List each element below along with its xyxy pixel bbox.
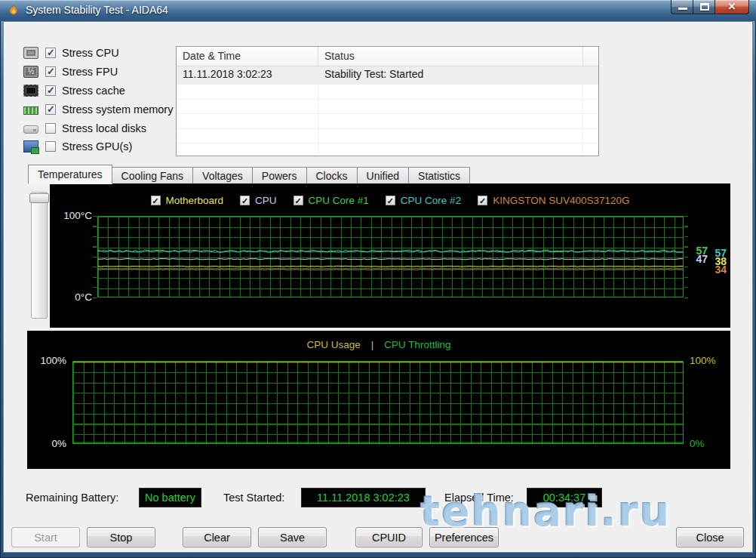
stress-checkbox[interactable]: ✓ [45,141,56,152]
event-log-table: Date & Time Status 11.11.2018 3:02:23Sta… [176,46,599,156]
window-controls: ✕ [671,0,749,14]
stress-checkbox[interactable]: ✓ [45,85,56,96]
tab-clocks[interactable]: Clocks [306,167,358,184]
column-header-datetime[interactable]: Date & Time [177,47,318,66]
tab-statistics[interactable]: Statistics [408,167,470,184]
stress-option-label: Stress FPU [62,66,118,78]
usage-chart-panel: CPU Usage|CPU Throttling 100% 0% 100% 0% [27,331,730,469]
usage-right-max-label: 100% [690,355,716,366]
legend-checkbox[interactable]: ✓ [478,196,487,205]
minimize-button[interactable] [671,0,693,14]
usage-left-min-label: 0% [30,438,66,449]
preferences-button[interactable]: Preferences [429,527,499,547]
stress-checkbox[interactable]: ✓ [45,123,56,134]
clear-button[interactable]: Clear [183,527,251,547]
minimize-icon [678,8,687,10]
cache-icon [23,85,38,97]
save-button[interactable]: Save [258,527,327,547]
legend-checkbox[interactable]: ✓ [386,196,395,205]
tab-temperatures[interactable]: Temperatures [28,165,112,184]
right-tick-marks [684,216,688,298]
stress-option-stress-gpu-s[interactable]: ✓ Stress GPU(s) [23,137,174,156]
legend-item-kingston-suv400s37120g[interactable]: ✓KINGSTON SUV400S37120G [478,195,629,206]
tab-voltages[interactable]: Voltages [192,167,253,184]
log-row[interactable]: 11.11.2018 3:02:23Stability Test: Starte… [177,66,598,85]
maximize-icon [700,3,709,11]
stress-checkbox[interactable]: ✓ [45,104,56,115]
disk-icon [23,125,38,134]
usage-plot [72,361,684,444]
usage-title-part: CPU Throttling [384,339,450,350]
stop-button[interactable]: Stop [87,527,155,547]
close-window-button[interactable]: ✕ [715,0,749,14]
stress-option-label: Stress local disks [62,122,146,134]
log-row-empty [177,85,598,100]
legend-checkbox[interactable]: ✓ [240,196,250,205]
maximize-button[interactable] [693,0,715,14]
cpuid-button[interactable]: CPUID [355,527,423,547]
legend-checkbox[interactable]: ✓ [293,196,303,205]
current-value-cpu-core-2: 57 [708,247,727,259]
stress-option-stress-cache[interactable]: ✓ Stress cache [23,82,174,100]
stress-checkbox[interactable]: ✓ [45,66,56,77]
temperature-plot [97,216,684,297]
stress-option-label: Stress GPU(s) [62,140,132,153]
current-value-kingston-suv400s37120g: 34 [708,264,727,276]
cpu-icon [23,47,38,59]
legend-item-motherboard[interactable]: ✓Motherboard [151,195,224,206]
temperature-legend: ✓Motherboard✓CPU✓CPU Core #1✓CPU Core #2… [50,195,730,206]
tab-cooling-fans[interactable]: Cooling Fans [112,167,194,184]
tab-powers[interactable]: Powers [252,167,307,184]
legend-item-cpu-core-2[interactable]: ✓CPU Core #2 [386,195,461,206]
stress-option-label: Stress cache [62,85,125,97]
battery-value: No battery [139,488,201,507]
stress-option-stress-local-disks[interactable]: ✓ Stress local disks [23,119,174,137]
memory-icon [23,106,38,115]
close-button[interactable]: Close [676,527,744,547]
battery-label: Remaining Battery: [26,492,118,504]
elapsed-time-label: Elapsed Time: [444,492,514,504]
column-header-extra [582,47,598,66]
test-started-label: Test Started: [223,492,284,504]
temperature-scale-slider[interactable] [31,192,48,319]
log-table-header: Date & Time Status [177,47,598,66]
temperature-chart-panel: ✓Motherboard✓CPU✓CPU Core #1✓CPU Core #2… [50,183,730,328]
start-button[interactable]: Start [11,527,80,547]
tab-strip: TemperaturesCooling FansVoltagesPowersCl… [28,165,470,184]
legend-label: CPU [255,195,277,206]
log-row-empty [177,129,598,144]
window-title: System Stability Test - AIDA64 [26,4,168,16]
left-tick-marks [93,216,97,298]
dialog-content: ✓ Stress CPU ✓ Stress FPU ✓ Stress cache… [3,21,753,553]
usage-title-part: | [371,339,374,350]
log-table-body: 11.11.2018 3:02:23Stability Test: Starte… [177,66,598,156]
legend-label: KINGSTON SUV400S37120G [493,195,629,206]
stress-option-stress-system-memory[interactable]: ✓ Stress system memory [23,100,174,119]
stress-option-label: Stress system memory [62,103,173,116]
elapsed-time-value: 00:34:37 [527,488,602,507]
legend-item-cpu[interactable]: ✓CPU [240,195,277,206]
current-value-motherboard: 38 [708,255,727,267]
log-row-empty [177,143,598,156]
close-icon: ✕ [715,0,748,14]
aida64-app-icon [7,4,20,17]
gpu-icon [23,140,38,153]
stress-option-stress-fpu[interactable]: ✓ Stress FPU [23,63,174,82]
legend-checkbox[interactable]: ✓ [151,196,161,205]
tab-unified[interactable]: Unified [357,167,410,184]
fpu-icon [23,66,38,78]
temp-axis-min-label: 0°C [53,291,92,303]
legend-item-cpu-core-1[interactable]: ✓CPU Core #1 [293,195,369,206]
stress-checkbox[interactable]: ✓ [45,48,56,58]
temp-axis-max-label: 100°C [53,210,92,221]
current-value-cpu-core-1: 57 [690,245,708,257]
title-bar[interactable]: System Stability Test - AIDA64 ✕ [0,0,756,21]
current-value-cpu: 47 [690,253,708,265]
column-header-status[interactable]: Status [318,47,582,66]
usage-chart-title: CPU Usage|CPU Throttling [27,339,730,350]
slider-thumb[interactable] [29,193,49,203]
stress-option-stress-cpu[interactable]: ✓ Stress CPU [23,44,174,63]
log-row-empty [177,114,598,129]
app-window: System Stability Test - AIDA64 ✕ ✓ Stres… [0,0,756,558]
usage-left-max-label: 100% [30,355,66,366]
